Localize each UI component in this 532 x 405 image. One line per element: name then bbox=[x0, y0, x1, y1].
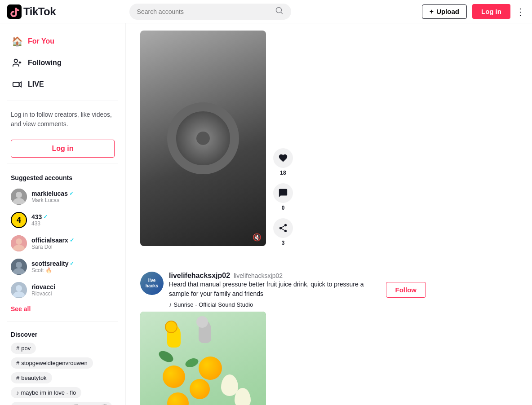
search-bar bbox=[129, 4, 291, 20]
post-2-info: livelifehacksxjp02 livelifehacksxjp02 He… bbox=[169, 272, 381, 308]
logo-text: TikTok bbox=[23, 5, 56, 18]
suggested-account-riovacci[interactable]: riovacci Riovacci bbox=[4, 278, 122, 302]
svg-point-7 bbox=[16, 192, 22, 198]
account-sub-scottsreality: Scott 🔥 bbox=[31, 267, 74, 273]
account-sub-officialsaarx: Sara Dol bbox=[31, 244, 74, 250]
avatar-scottsreality bbox=[11, 259, 27, 275]
comment-count-1: 0 bbox=[282, 205, 285, 211]
upload-label: Upload bbox=[436, 8, 459, 15]
avatar-433: 4 bbox=[11, 212, 27, 228]
post-2-video-row: ♪ TikTok @livelifehacksxjp02 🔇 bbox=[140, 312, 426, 405]
main-content: 🔇 18 bbox=[126, 23, 440, 405]
post-2-username-text: livelifehacksxjp02 bbox=[169, 272, 230, 280]
avatar-officialsaarx bbox=[11, 235, 27, 251]
post-1-video[interactable]: 🔇 bbox=[140, 31, 266, 246]
avatar-riovacci bbox=[11, 282, 27, 298]
music-note-icon: ♪ bbox=[169, 301, 172, 308]
account-name-officialsaarx: officialsaarx ✓ bbox=[31, 237, 74, 244]
plus-icon: + bbox=[430, 8, 434, 16]
post-2-video[interactable]: ♪ TikTok @livelifehacksxjp02 🔇 bbox=[140, 312, 266, 405]
suggested-account-officialsaarx[interactable]: officialsaarx ✓ Sara Dol bbox=[4, 232, 122, 255]
search-button[interactable] bbox=[275, 7, 284, 16]
music-icon: ♪ bbox=[16, 389, 19, 396]
sidebar-label-live: LIVE bbox=[28, 80, 44, 88]
account-info-433: 433 ✓ 433 bbox=[31, 213, 48, 227]
share-count-1: 3 bbox=[282, 240, 285, 246]
search-input[interactable] bbox=[137, 8, 275, 15]
account-name-riovacci: riovacci bbox=[31, 283, 55, 291]
post-2-music-text: Sunrise - Official Sound Studio bbox=[174, 301, 253, 308]
avatar-markielucas bbox=[11, 189, 27, 205]
post-2-desc: Heard that manual pressure better fruit … bbox=[169, 280, 381, 299]
like-count-1: 18 bbox=[280, 170, 286, 176]
share-button-1[interactable]: 3 bbox=[273, 218, 293, 246]
tag-beautytok[interactable]: # beautytok bbox=[11, 372, 52, 383]
tag-label: stopgeweldtegenvrouwen bbox=[21, 360, 87, 366]
see-all-button[interactable]: See all bbox=[4, 302, 122, 316]
post-2-music: ♪ Sunrise - Official Sound Studio bbox=[169, 301, 381, 308]
account-sub-433: 433 bbox=[31, 220, 48, 227]
svg-marker-5 bbox=[19, 82, 22, 87]
search-icon bbox=[275, 7, 284, 15]
sidebar-label-for-you: For You bbox=[28, 37, 54, 45]
svg-rect-4 bbox=[13, 82, 19, 86]
tag-stopgeweld[interactable]: # stopgeweldtegenvrouwen bbox=[11, 357, 93, 369]
sidebar-divider-2 bbox=[7, 163, 118, 163]
post-1-actions: 18 0 bbox=[273, 148, 293, 246]
logo[interactable]: TikTok bbox=[7, 4, 61, 19]
login-prompt-text: Log in to follow creators, like videos, … bbox=[4, 106, 122, 136]
header-login-button[interactable]: Log in bbox=[472, 4, 510, 19]
following-icon bbox=[11, 57, 23, 69]
discover-section: Discover # pov # stopgeweldtegenvrouwen … bbox=[4, 327, 122, 405]
sidebar-divider-3 bbox=[7, 321, 118, 322]
sidebar-divider-1 bbox=[7, 101, 118, 101]
live-icon bbox=[11, 78, 23, 91]
suggested-account-scottsreality[interactable]: scottsreality ✓ Scott 🔥 bbox=[4, 255, 122, 278]
sidebar-label-following: Following bbox=[28, 59, 62, 67]
tag-maybe-im-in-love[interactable]: ♪ maybe im in love - flo bbox=[11, 387, 81, 398]
sidebar-item-for-you[interactable]: 🏠 For You bbox=[4, 31, 122, 52]
verified-badge-markielucas: ✓ bbox=[69, 190, 74, 197]
tag-said-is-mn[interactable]: ♪ Said is mn Mattie - 🎬 Movies 🎬 bbox=[11, 402, 112, 405]
upload-button[interactable]: + Upload bbox=[422, 4, 467, 19]
post-1-video-row: 🔇 18 bbox=[140, 31, 426, 246]
account-name-scottsreality: scottsreality ✓ bbox=[31, 260, 74, 267]
suggested-account-markielucas[interactable]: markielucas ✓ Mark Lucas bbox=[4, 185, 122, 208]
sidebar: 🏠 For You Following bbox=[0, 23, 126, 405]
sidebar-item-following[interactable]: Following bbox=[4, 52, 122, 74]
tiktok-logo-icon bbox=[7, 4, 22, 19]
tags-grid: # pov # stopgeweldtegenvrouwen # beautyt… bbox=[11, 343, 115, 405]
hashtag-icon: # bbox=[16, 345, 19, 352]
follow-button-2[interactable]: Follow bbox=[386, 282, 426, 298]
verified-badge-officialsaarx: ✓ bbox=[70, 237, 74, 243]
more-options-button[interactable]: ⋮ bbox=[516, 6, 525, 17]
comment-button-1[interactable]: 0 bbox=[273, 183, 293, 211]
account-name-433: 433 ✓ bbox=[31, 213, 48, 220]
tag-label: beautytok bbox=[21, 374, 46, 381]
account-info-officialsaarx: officialsaarx ✓ Sara Dol bbox=[31, 237, 74, 250]
sidebar-login-button[interactable]: Log in bbox=[11, 140, 115, 158]
sidebar-item-live[interactable]: LIVE bbox=[4, 74, 122, 95]
post-2-handle: livelifehacksxjp02 bbox=[234, 272, 283, 279]
like-button-1[interactable]: 18 bbox=[273, 148, 293, 176]
svg-point-1 bbox=[14, 59, 18, 62]
verified-badge-433: ✓ bbox=[43, 214, 48, 220]
share-icon-1 bbox=[273, 218, 293, 238]
account-name-markielucas: markielucas ✓ bbox=[31, 190, 74, 197]
tag-label: maybe im in love - flo bbox=[21, 389, 76, 396]
mute-icon-1: 🔇 bbox=[253, 233, 262, 242]
comment-icon-1 bbox=[273, 183, 293, 203]
account-info-scottsreality: scottsreality ✓ Scott 🔥 bbox=[31, 260, 74, 273]
post-2-avatar[interactable]: livehacks bbox=[140, 272, 164, 295]
post-2: livehacks livelifehacksxjp02 livelifehac… bbox=[140, 272, 426, 405]
suggested-accounts-title: Suggested accounts bbox=[4, 169, 122, 185]
account-info-riovacci: riovacci Riovacci bbox=[31, 283, 55, 297]
tag-pov[interactable]: # pov bbox=[11, 343, 36, 354]
discover-title: Discover bbox=[11, 331, 115, 338]
hashtag-icon: # bbox=[16, 360, 19, 366]
post-2-username: livelifehacksxjp02 livelifehacksxjp02 bbox=[169, 272, 381, 280]
svg-point-13 bbox=[16, 285, 22, 291]
like-icon-1 bbox=[273, 148, 293, 168]
suggested-account-433[interactable]: 4 433 ✓ 433 bbox=[4, 208, 122, 232]
main-layout: 🏠 For You Following bbox=[0, 0, 532, 405]
